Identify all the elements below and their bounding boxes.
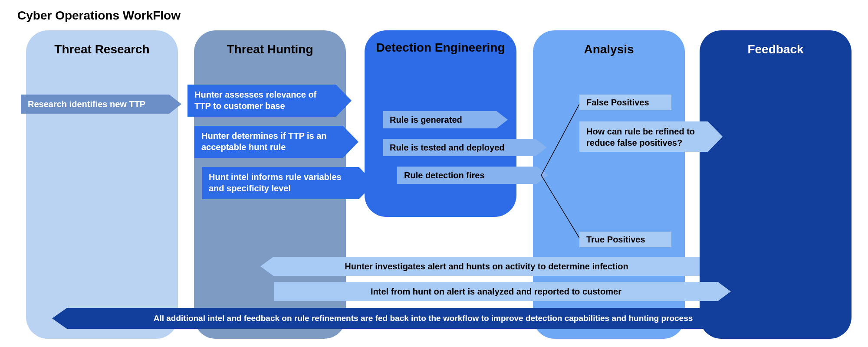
step-false-positives: False Positives	[579, 95, 671, 110]
step-research-identifies-ttp: Research identifies new TTP	[21, 90, 181, 118]
col-header-analysis: Analysis	[533, 30, 685, 56]
connector-rule-to-tp	[541, 175, 593, 240]
step-hunter-investigates: Hunter investigates alert and hunts on a…	[260, 257, 700, 276]
svg-line-0	[541, 102, 580, 175]
step-hunter-determines-acceptable: Hunter determines if TTP is an acceptabl…	[194, 126, 358, 158]
step-rule-fires: Rule detection fires	[397, 167, 548, 184]
step-hunt-intel-informs: Hunt intel informs rule variables and sp…	[202, 167, 375, 199]
step-true-positives: True Positives	[579, 232, 671, 247]
col-header-feedback: Feedback	[700, 30, 852, 56]
step-feedback-loop: All additional intel and feedback on rul…	[52, 308, 779, 329]
col-header-research: Threat Research	[26, 30, 178, 56]
workflow-diagram: Cyber Operations WorkFlow Threat Researc…	[0, 0, 868, 347]
step-rule-generated: Rule is generated	[383, 111, 508, 128]
step-rule-tested: Rule is tested and deployed	[383, 139, 547, 156]
svg-line-1	[541, 175, 580, 239]
col-header-hunting: Threat Hunting	[194, 30, 346, 56]
step-hunter-assesses-relevance: Hunter assesses relevance of TTP to cust…	[187, 85, 352, 117]
step-intel-analyzed: Intel from hunt on alert is analyzed and…	[274, 282, 731, 301]
col-threat-research: Threat Research	[26, 30, 178, 339]
step-refine-rule: How can rule be refined to reduce false …	[579, 121, 723, 152]
col-header-detection: Detection Engineering	[365, 30, 516, 55]
diagram-title: Cyber Operations WorkFlow	[17, 9, 181, 23]
